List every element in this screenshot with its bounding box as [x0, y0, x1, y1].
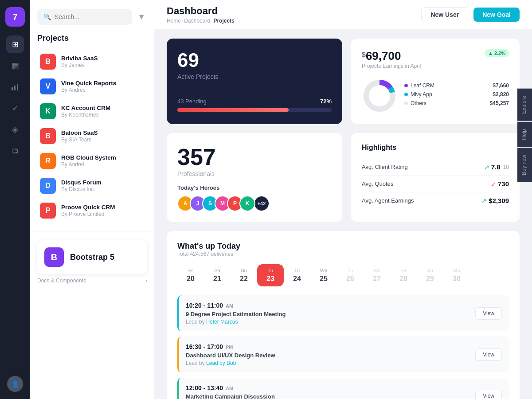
earnings-card: $69,700 Projects Earnings in April ▲ 2.2…: [351, 39, 520, 124]
event-view-button[interactable]: View: [475, 307, 502, 320]
event-ampm: AM: [226, 303, 233, 309]
calendar-day[interactable]: Su 29: [417, 264, 443, 286]
project-by-disqus: By Disqus Inc.: [61, 186, 145, 192]
event-ampm: AM: [226, 386, 233, 391]
highlight-row: Avg. Agent Earnings ↗ $2,309: [362, 192, 509, 209]
progress-bar-fill: [177, 108, 289, 112]
search-row: 🔍 ▼: [37, 9, 147, 25]
calendar-day[interactable]: Tu 26: [337, 264, 364, 286]
filter-button[interactable]: ▼: [136, 11, 147, 23]
bootstrap-logo: B: [44, 247, 64, 267]
bootstrap-card: B Bootstrap 5 Docs & Components ›: [30, 231, 154, 293]
calendar-day[interactable]: Sa 21: [204, 264, 231, 286]
event-time: 16:30 - 17:00 PM: [186, 343, 233, 350]
today-title: What's up Today: [177, 242, 509, 251]
project-by-kc: By Keenthemes: [61, 112, 145, 118]
event-lead-link[interactable]: Peter Marcus: [206, 319, 238, 325]
project-item-kc[interactable]: K KC Account CRM By Keenthemes: [37, 100, 147, 123]
calendar-day[interactable]: Mo 30: [443, 264, 470, 286]
project-name-kc: KC Account CRM: [61, 105, 145, 111]
event-time-block: 16:30 - 17:00 PM Dashboard UI/UX Design …: [186, 343, 275, 366]
new-user-button[interactable]: New User: [421, 7, 468, 22]
highlight-secondary: 10: [503, 164, 509, 170]
new-goal-button[interactable]: New Goal: [473, 8, 520, 22]
cal-day-num: 29: [426, 275, 434, 283]
nav-icon-folder[interactable]: 🗂: [6, 142, 24, 160]
docs-label: Docs & Components: [37, 278, 86, 284]
cal-day-num: 28: [399, 275, 407, 283]
project-item-briviba[interactable]: B Briviba SaaS By James: [37, 50, 147, 73]
cal-day-name: Sa: [214, 268, 220, 273]
event-item: 12:00 - 13:40 AM Marketing Campaign Disc…: [177, 378, 509, 399]
highlight-label: Avg. Quotes: [362, 180, 393, 187]
highlight-val-wrap: ↙ 730: [491, 180, 509, 188]
project-name-vine: Vine Quick Reports: [61, 80, 145, 86]
svg-rect-2: [17, 84, 18, 90]
nav-icon-chart[interactable]: [6, 78, 24, 96]
legend-item: Others $45,257: [404, 100, 509, 106]
project-logo-rgb: R: [40, 153, 56, 169]
cal-day-name: Fr: [188, 268, 193, 273]
event-view-button[interactable]: View: [475, 390, 502, 399]
calendar-day[interactable]: Sa 28: [390, 264, 417, 286]
progress-pct: 72%: [320, 98, 332, 105]
content-area: 69 Active Projects 43 Pending 72% $69,70…: [154, 30, 532, 399]
docs-arrow: ›: [145, 278, 147, 284]
project-logo-baloon: B: [40, 128, 56, 144]
highlight-val: 730: [498, 180, 509, 188]
project-item-rgb[interactable]: R RGB Cloud System By Andrei: [37, 149, 147, 172]
cal-day-name: Su: [241, 268, 246, 273]
project-info-baloon: Baloon SaaS By SIA Team: [61, 129, 145, 143]
legend-item: Leaf CRM $7,660: [404, 82, 509, 89]
project-logo-disqus: D: [40, 178, 56, 194]
project-info-kc: KC Account CRM By Keenthemes: [61, 105, 145, 118]
calendar-day[interactable]: Fr 20: [177, 264, 204, 286]
calendar-day[interactable]: We 25: [310, 264, 337, 286]
project-logo-briviba: B: [40, 54, 56, 70]
calendar-day[interactable]: Su 22: [231, 264, 257, 286]
event-list: 10:20 - 11:00 AM 9 Degree Project Estima…: [177, 295, 509, 399]
bootstrap-title: Bootstrap 5: [70, 253, 114, 262]
help-tab[interactable]: Help: [517, 122, 532, 147]
header-right: New User New Goal: [421, 7, 520, 22]
nav-icon-layers[interactable]: ◈: [6, 121, 24, 138]
nav-icon-check[interactable]: ✓: [6, 99, 24, 117]
calendar-day[interactable]: Tu 23: [257, 264, 284, 286]
project-item-vine[interactable]: V Vine Quick Reports By Andres: [37, 75, 147, 98]
heroes-section: Today's Heroes AJSMPK+42: [177, 184, 332, 211]
user-avatar[interactable]: 👤: [7, 376, 23, 392]
user-number-badge[interactable]: 7: [5, 7, 25, 27]
highlight-trend-icon: ↗: [481, 197, 487, 204]
highlight-label: Avg. Client Rating: [362, 164, 408, 170]
legend-label: Others: [404, 100, 426, 106]
cal-day-num: 25: [320, 275, 328, 283]
today-subtitle: Total 424,567 deliveries: [177, 251, 509, 257]
explore-tab[interactable]: Explore: [517, 89, 532, 121]
project-item-baloon[interactable]: B Baloon SaaS By SIA Team: [37, 125, 147, 148]
breadcrumb-dashboard: Dashboard-: [184, 18, 212, 24]
header: Dashboard Home- Dashboard- Projects New …: [154, 0, 532, 30]
highlight-val-wrap: ↗ 7.8 10: [484, 163, 509, 171]
project-info-rgb: RGB Cloud System By Andrei: [61, 154, 145, 168]
earnings-chart-row: Leaf CRM $7,660 Mivy App $2,820 Others $…: [362, 78, 509, 113]
project-logo-vine: V: [40, 78, 56, 94]
event-lead-link[interactable]: Lead by Bob: [206, 360, 236, 366]
calendar-day[interactable]: Tu 24: [284, 264, 310, 286]
event-time-block: 10:20 - 11:00 AM 9 Degree Project Estima…: [186, 301, 286, 325]
project-logo-kc: K: [40, 103, 56, 119]
nav-icon-grid[interactable]: ▦: [6, 57, 24, 74]
cal-day-num: 20: [187, 275, 195, 283]
project-item-proove[interactable]: P Proove Quick CRM By Proove Limited: [37, 199, 147, 222]
project-by-briviba: By James: [61, 62, 145, 68]
cal-day-num: 27: [373, 275, 381, 283]
nav-icon-home[interactable]: ⊞: [6, 35, 24, 53]
today-section: What's up Today Total 424,567 deliveries…: [167, 231, 520, 399]
earnings-badge: ▲ 2.2%: [485, 49, 509, 57]
calendar-day[interactable]: Fri 27: [364, 264, 390, 286]
search-input[interactable]: [55, 13, 126, 20]
highlights-list: Avg. Client Rating ↗ 7.8 10 Avg. Quotes …: [362, 159, 509, 209]
project-by-baloon: By SIA Team: [61, 137, 145, 143]
project-item-disqus[interactable]: D Disqus Forum By Disqus Inc.: [37, 174, 147, 197]
event-view-button[interactable]: View: [475, 348, 502, 361]
buy-now-tab[interactable]: Buy now: [517, 148, 532, 182]
